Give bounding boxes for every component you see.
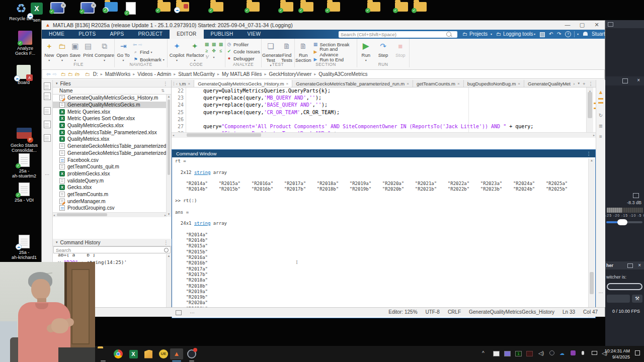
file-row[interactable]: getTeamCounts.m (53, 191, 171, 198)
code-issues-button[interactable]: ✔Code Issues (225, 48, 261, 55)
tab-editor[interactable]: EDITOR (170, 30, 203, 39)
status-encoding[interactable]: UTF-8 (426, 309, 440, 315)
file-row[interactable]: GenerateGeckoMetricsTable_parameterized_… (53, 143, 171, 150)
strip-more-icon[interactable]: ⋯ (596, 290, 605, 295)
close-tab-icon[interactable]: × (407, 81, 409, 86)
desktop-icon-folder[interactable]: ✓ (247, 2, 261, 15)
breakpoint-gutter[interactable] (186, 102, 191, 109)
collapse-icon[interactable]: ▾ (56, 240, 58, 244)
panel-variables-icon[interactable] (44, 107, 51, 115)
desktop-icon-folder[interactable]: ✓ (300, 2, 314, 15)
close-icon[interactable]: × (638, 262, 641, 268)
copilot-button[interactable]: ✦Copilot▾ (169, 41, 186, 63)
file-row[interactable]: getTeamCounts_quit.m (53, 163, 171, 170)
file-row[interactable]: XMetric Queries.xlsxC (53, 108, 171, 115)
tab-project[interactable]: PROJECT (131, 30, 170, 39)
taskbar-excel-icon[interactable]: X (128, 348, 139, 359)
desktop-icon-folder[interactable]: ✓ (280, 2, 294, 15)
stop-button[interactable]: ■Stop (392, 41, 409, 58)
breakpoint-gutter[interactable] (186, 116, 191, 123)
tray-terminal-icon[interactable]: 1 (515, 351, 522, 356)
tab-view[interactable]: VIEW (240, 30, 268, 39)
tray-speaker-icon[interactable]: ◁) (538, 350, 544, 356)
status-zoom[interactable]: Editor: 125% (388, 309, 417, 315)
editor-vscrollbar[interactable]: ▴ (586, 87, 593, 133)
history-item[interactable]: ab=[ a b ] (53, 254, 167, 258)
find-button[interactable]: ⌕Find▾ (132, 48, 165, 55)
status-more-icon[interactable]: … (190, 309, 195, 314)
tray-window-purple[interactable] (504, 351, 511, 356)
back-icon[interactable]: ⇦ (46, 71, 50, 77)
forward-icon[interactable]: ⇨ (52, 71, 56, 77)
goto-button[interactable]: ⇥Go To▾ (115, 41, 132, 63)
user-label[interactable]: Stuart (592, 30, 605, 39)
close-tab-icon[interactable]: × (518, 81, 520, 86)
close-button[interactable]: ✕ (590, 21, 604, 29)
panel-history-icon[interactable] (44, 93, 51, 100)
percent-icon[interactable]: ⅟ (204, 55, 210, 60)
step-button[interactable]: ↷Step (375, 41, 392, 58)
files-vscrollbar[interactable]: ▴ ▾ (166, 95, 171, 217)
nav-arrows[interactable]: ⇦⇨ (132, 41, 165, 48)
close-tab-icon[interactable]: × (286, 81, 289, 86)
desktop-icon-excel[interactable]: X☁sen (28, 1, 45, 23)
file-row[interactable]: XQualityMetricsTable_Parameterized.xlsx (53, 129, 171, 136)
breadcrumb-item[interactable]: D: (93, 71, 98, 77)
undo-icon[interactable]: ↶ (549, 30, 553, 39)
profiler-button[interactable]: ◷Profiler (225, 41, 261, 48)
desktop-icon-monitor[interactable]: ✓✕ (80, 2, 95, 15)
close-icon[interactable]: × (637, 77, 640, 83)
desktop-icon-monitor[interactable]: ✓✕ (50, 2, 64, 15)
tab-scroll-left[interactable]: ⁞‹ (172, 80, 179, 87)
command-window-menu-icon[interactable]: ⋮ (587, 151, 592, 156)
help-icon[interactable]: ? (565, 31, 571, 37)
save-button[interactable]: ▣Save▾ (68, 41, 82, 63)
file-row[interactable]: GenerateQualityMetricsGecks_History.mC (53, 95, 171, 102)
file-row[interactable]: underManager.m (53, 198, 171, 205)
code-area[interactable]: 22 query=QualityMetricsQueries.QueryPart… (172, 87, 596, 133)
tray-window-white[interactable] (493, 351, 500, 356)
run-section-button[interactable]: 🗎Run Section (295, 41, 311, 63)
taskbar-office-icon[interactable] (143, 348, 154, 359)
switcher-field[interactable] (607, 295, 630, 303)
open-button[interactable]: 🗀Open▾ (56, 41, 69, 63)
editor-tab[interactable]: bugDupedtoNonBug.m× (464, 80, 524, 87)
history-search-input[interactable]: Search (53, 246, 171, 253)
list-icon[interactable] (608, 22, 613, 27)
taskbar-matlab-icon[interactable]: ▲ (170, 348, 183, 359)
desktop-icon-folder[interactable]: ✓ (367, 2, 381, 15)
tray-clock[interactable]: 10:24:31 AM9/4/2025 (604, 348, 630, 360)
file-row[interactable]: XQualityMetrics.xlsx (53, 136, 171, 143)
compare-button[interactable]: ⧉Compare▾ (95, 41, 114, 63)
tab-publish[interactable]: PUBLISH (204, 30, 240, 39)
editor-tab[interactable]: GenerateGeckoMetricsTable_parameterized_… (292, 80, 413, 87)
comment-icon[interactable]: ▩ (204, 42, 210, 47)
qab-caret-icon[interactable]: ▾ (577, 30, 579, 39)
collapse-icon[interactable]: ▾ (56, 81, 58, 85)
breakpoint-gutter[interactable] (186, 95, 191, 102)
projects-folder-icon[interactable]: 🗀 (462, 30, 467, 39)
run-button[interactable]: ▶Run▾ (357, 41, 374, 63)
tab-controls[interactable]: ›▾+⋮ (571, 80, 596, 87)
files-panel-header[interactable]: ▾ Files ⋮ (53, 80, 171, 87)
breadcrumb-item[interactable]: My MATLAB Files (222, 71, 262, 77)
taskbar-ultraedit-icon[interactable]: UE (158, 348, 169, 359)
editor-hscrollbar[interactable]: ◂ ▸ (172, 132, 596, 138)
breakpoint-gutter[interactable] (186, 123, 191, 130)
print-button[interactable]: ▤Print (82, 41, 95, 58)
command-window-header[interactable]: Command Window ⋮ (172, 150, 595, 157)
tab-scroll-right-icon[interactable]: › (573, 81, 575, 86)
editor-tab[interactable]: llm.m× (179, 80, 194, 87)
find-tests-button[interactable]: 🗎Find Tests (280, 41, 294, 63)
file-row[interactable]: validateQuery.m (53, 177, 171, 184)
desktop-icon-doc-cloud[interactable]: ☁25a - ah-krichard1 (8, 234, 40, 260)
files-column-header[interactable]: Name ⇅ (53, 87, 171, 95)
tools-button[interactable]: ⚒ (632, 295, 642, 303)
switcher-pill-input[interactable] (607, 283, 642, 290)
taskbar-chrome-icon[interactable] (113, 348, 124, 359)
desktop-icon-folder[interactable]: ✓ (157, 2, 172, 15)
files-menu-icon[interactable]: ⋮ (163, 81, 168, 86)
indent-icon[interactable]: ≥ (204, 48, 210, 54)
panel-doc-icon[interactable] (44, 82, 51, 90)
file-row[interactable]: XQualityMetricsGecks.xlsx (53, 122, 171, 129)
